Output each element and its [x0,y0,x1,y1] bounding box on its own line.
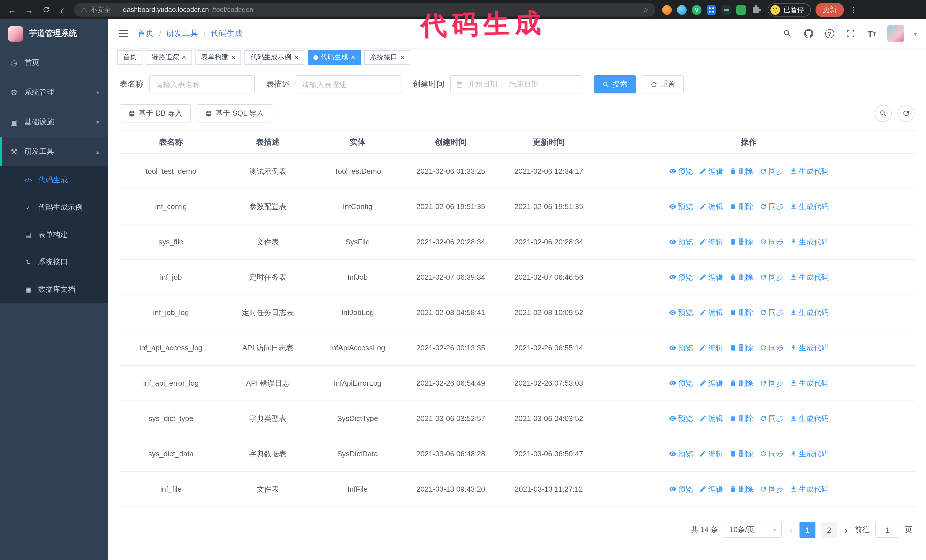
import-db-button[interactable]: 基于 DB 导入 [120,104,191,122]
browser-update-button[interactable]: 更新 [816,3,844,17]
search-icon[interactable] [782,28,793,39]
sync-link[interactable]: 同步 [760,201,784,211]
edit-link[interactable]: 编辑 [699,484,723,494]
next-page-button[interactable]: › [843,525,849,535]
delete-link[interactable]: 删除 [729,201,754,211]
preview-link[interactable]: 预览 [669,484,693,494]
page-size-select[interactable]: 10条/页 ▾ [724,522,782,538]
breadcrumb-home[interactable]: 首页 [138,29,154,39]
reset-button[interactable]: 重置 [642,75,684,94]
toggle-search-button[interactable] [875,105,892,122]
edit-link[interactable]: 编辑 [699,378,723,388]
sidebar-item-db-doc[interactable]: ▦ 数据库文档 [0,276,108,303]
delete-link[interactable]: 删除 [729,272,754,282]
tab-close-icon[interactable]: × [294,54,298,61]
delete-link[interactable]: 删除 [729,307,754,318]
table-desc-input[interactable] [296,75,401,94]
edit-link[interactable]: 编辑 [699,201,723,211]
breadcrumb-devtools[interactable]: 研发工具 [166,29,198,39]
github-icon[interactable] [803,28,814,39]
back-icon[interactable]: ← [6,3,18,16]
tab-close-icon[interactable]: × [351,54,355,61]
generate-code-link[interactable]: 生成代码 [790,413,829,424]
sidebar-item-system[interactable]: ⚙ 系统管理 ▾ [0,77,108,107]
delete-link[interactable]: 删除 [729,378,754,388]
generate-code-link[interactable]: 生成代码 [790,272,829,282]
generate-code-link[interactable]: 生成代码 [790,484,829,494]
preview-link[interactable]: 预览 [669,307,693,318]
extension-icon-dark[interactable] [722,5,731,15]
edit-link[interactable]: 编辑 [699,448,723,459]
sidebar-item-infra[interactable]: ▣ 基础设施 ▾ [0,107,108,137]
generate-code-link[interactable]: 生成代码 [790,307,829,318]
delete-link[interactable]: 删除 [729,343,754,353]
generate-code-link[interactable]: 生成代码 [790,343,829,353]
tab-tracer[interactable]: 链路追踪 × [146,50,192,65]
forward-icon[interactable]: → [23,3,35,16]
generate-code-link[interactable]: 生成代码 [790,201,829,211]
sync-link[interactable]: 同步 [760,166,784,176]
page-button-2[interactable]: 2 [821,522,837,538]
sync-link[interactable]: 同步 [760,272,784,282]
sync-link[interactable]: 同步 [760,484,784,494]
preview-link[interactable]: 预览 [669,343,693,353]
star-icon[interactable]: ☆ [642,5,649,14]
preview-link[interactable]: 预览 [669,166,693,176]
delete-link[interactable]: 删除 [729,484,754,494]
security-chip[interactable]: 不安全 [91,5,111,15]
extension-icon-blue-grid[interactable] [707,5,716,15]
help-icon[interactable]: ? [824,28,835,39]
hamburger-icon[interactable] [117,27,130,40]
sync-paused-badge[interactable]: 已暂停 [767,3,811,16]
tab-codegen[interactable]: 代码生成 × [308,50,361,65]
import-sql-button[interactable]: 基于 SQL 导入 [197,104,273,122]
search-button[interactable]: 搜索 [594,75,636,94]
sync-link[interactable]: 同步 [760,343,784,353]
address-bar[interactable]: ⚠ 不安全 dashboard.yudao.iocoder.cn/tool/co… [74,3,655,17]
sync-link[interactable]: 同步 [760,448,784,459]
user-avatar[interactable] [887,25,904,42]
browser-menu-icon[interactable]: ⋮ [849,5,859,14]
generate-code-link[interactable]: 生成代码 [790,448,829,459]
edit-link[interactable]: 编辑 [699,237,723,247]
fullscreen-icon[interactable] [845,28,856,39]
home-icon[interactable]: ⌂ [57,3,70,16]
tab-close-icon[interactable]: × [400,54,405,61]
edit-link[interactable]: 编辑 [699,166,723,176]
date-range-picker[interactable]: 开始日期 - 结束日期 [450,75,583,94]
preview-link[interactable]: 预览 [669,237,693,247]
preview-link[interactable]: 预览 [669,448,693,459]
tab-close-icon[interactable]: × [182,54,186,61]
generate-code-link[interactable]: 生成代码 [790,237,829,247]
tab-codegen-example[interactable]: 代码生成示例 × [244,50,304,65]
sync-link[interactable]: 同步 [760,378,784,388]
preview-link[interactable]: 预览 [669,413,693,424]
refresh-table-button[interactable] [897,105,915,122]
app-logo[interactable]: 芋道管理系统 [0,20,108,48]
sidebar-item-system-api[interactable]: ⇅ 系统接口 [0,248,108,276]
sync-link[interactable]: 同步 [760,307,784,318]
prev-page-button[interactable]: ‹ [788,525,794,535]
sidebar-item-form-builder[interactable]: ▤ 表单构建 [0,221,108,248]
edit-link[interactable]: 编辑 [699,343,723,353]
sidebar-item-codegen[interactable]: </> 代码生成 [0,166,108,194]
edit-link[interactable]: 编辑 [699,413,723,424]
table-name-input[interactable] [149,75,255,94]
goto-page-input[interactable] [875,522,899,538]
tab-close-icon[interactable]: × [231,54,235,61]
preview-link[interactable]: 预览 [669,201,693,211]
generate-code-link[interactable]: 生成代码 [790,378,829,388]
delete-link[interactable]: 删除 [729,448,754,459]
sidebar-item-home[interactable]: ◷ 首页 [0,48,108,77]
page-button-1[interactable]: 1 [799,522,816,538]
extension-icon-green[interactable] [736,5,746,15]
preview-link[interactable]: 预览 [669,378,693,388]
edit-link[interactable]: 编辑 [699,272,723,282]
delete-link[interactable]: 删除 [729,166,754,176]
text-size-icon[interactable]: TT [866,28,878,39]
sync-link[interactable]: 同步 [760,237,784,247]
delete-link[interactable]: 删除 [729,413,754,424]
delete-link[interactable]: 删除 [729,237,754,247]
edit-link[interactable]: 编辑 [699,307,723,318]
extension-icon-orange[interactable] [662,5,672,15]
